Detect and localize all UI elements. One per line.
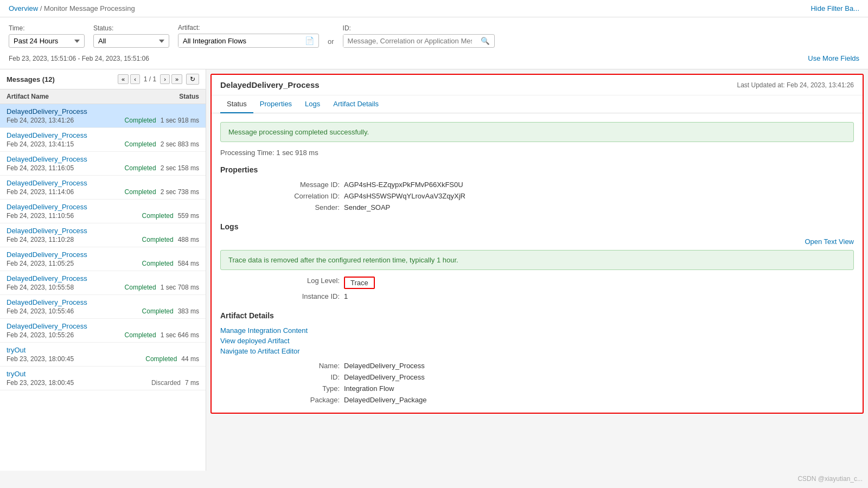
- message-date: Feb 24, 2023, 13:41:15: [7, 140, 74, 148]
- or-text: or: [328, 37, 334, 48]
- message-meta: Feb 24, 2023, 10:55:58Completed1 sec 708…: [7, 284, 199, 291]
- message-name: tryOut: [7, 370, 199, 378]
- table-header: Artifact Name Status: [0, 89, 206, 104]
- hide-filter-button[interactable]: Hide Filter Ba...: [810, 4, 859, 12]
- message-status: Completed: [145, 355, 177, 363]
- navigate-editor-link[interactable]: Navigate to Artifact Editor: [220, 347, 854, 355]
- message-duration: 383 ms: [178, 307, 199, 315]
- message-item[interactable]: DelayedDelivery_ProcessFeb 24, 2023, 13:…: [0, 128, 206, 152]
- message-status: Completed: [142, 212, 174, 220]
- message-item[interactable]: DelayedDelivery_ProcessFeb 24, 2023, 11:…: [0, 176, 206, 200]
- artifact-links: Manage Integration Content View deployed…: [220, 326, 854, 355]
- breadcrumb-overview-link[interactable]: Overview: [9, 4, 38, 12]
- id-label: ID:: [343, 24, 495, 32]
- status-label: Status:: [93, 24, 169, 32]
- prev-page-button[interactable]: ‹: [130, 74, 140, 84]
- last-page-button[interactable]: »: [171, 74, 182, 84]
- id-search-button[interactable]: 🔍: [476, 35, 494, 47]
- message-item[interactable]: DelayedDelivery_ProcessFeb 24, 2023, 13:…: [0, 104, 206, 128]
- message-date: Feb 24, 2023, 11:10:28: [7, 236, 74, 243]
- message-duration: 2 sec 883 ms: [161, 140, 199, 148]
- id-input[interactable]: [343, 35, 476, 47]
- manage-integration-link[interactable]: Manage Integration Content: [220, 326, 854, 335]
- message-status: Completed: [142, 260, 174, 267]
- message-date: Feb 24, 2023, 11:05:25: [7, 260, 74, 267]
- message-meta: Feb 23, 2023, 18:00:45Discarded7 ms: [7, 379, 199, 387]
- status-select[interactable]: All Completed Failed Discarded: [93, 34, 169, 48]
- artifact-input[interactable]: [178, 35, 301, 47]
- instance-id-value: 1: [344, 292, 854, 300]
- message-item[interactable]: DelayedDelivery_ProcessFeb 24, 2023, 10:…: [0, 271, 206, 295]
- page-current: 1: [144, 75, 148, 83]
- time-select[interactable]: Past 24 Hours Past 1 Hour Past 7 Days Cu…: [9, 34, 85, 48]
- messages-header: Messages (12) « ‹ 1 / 1 › » ↻: [0, 69, 206, 89]
- breadcrumb: Overview / Monitor Message Processing: [9, 4, 135, 12]
- artifact-label: Artifact:: [178, 24, 319, 31]
- col-artifact-name: Artifact Name: [7, 93, 49, 100]
- message-meta: Feb 24, 2023, 11:16:05Completed2 sec 158…: [7, 164, 199, 172]
- sender-label: Sender:: [253, 203, 340, 211]
- properties-section-title: Properties: [220, 165, 854, 174]
- message-status: Completed: [142, 236, 174, 243]
- message-meta: Feb 24, 2023, 13:41:15Completed2 sec 883…: [7, 140, 199, 148]
- view-deployed-link[interactable]: View deployed Artifact: [220, 337, 854, 345]
- col-status: Status: [179, 93, 199, 100]
- message-meta: Feb 24, 2023, 11:10:56Completed559 ms: [7, 212, 199, 220]
- message-name: DelayedDelivery_Process: [7, 322, 199, 330]
- refresh-button[interactable]: ↻: [186, 74, 199, 85]
- message-date: Feb 24, 2023, 10:55:58: [7, 284, 74, 291]
- processing-time: Processing Time: 1 sec 918 ms: [220, 149, 854, 157]
- use-more-fields-button[interactable]: Use More Fields: [808, 54, 859, 62]
- message-item[interactable]: tryOutFeb 23, 2023, 18:00:45Discarded7 m…: [0, 367, 206, 390]
- message-duration: 488 ms: [178, 236, 199, 243]
- correlation-id-label: Correlation ID:: [253, 192, 340, 200]
- detail-title: DelayedDelivery_Process: [220, 80, 320, 89]
- detail-last-updated: Last Updated at: Feb 24, 2023, 13:41:26: [737, 81, 854, 89]
- message-item[interactable]: DelayedDelivery_ProcessFeb 24, 2023, 11:…: [0, 223, 206, 247]
- message-status: Completed: [125, 140, 156, 148]
- message-list: DelayedDelivery_ProcessFeb 24, 2023, 13:…: [0, 104, 206, 471]
- artifact-details-section: Artifact Details Manage Integration Cont…: [220, 311, 854, 404]
- trace-badge[interactable]: Trace: [344, 277, 375, 289]
- correlation-id-value: AGP4sHS5WSPWqYLrovAaV3ZqyXjR: [344, 192, 854, 200]
- message-id-value: AGP4sHS-EZqypxPkFMvP66XkFS0U: [344, 181, 854, 189]
- instance-id-label: Instance ID:: [253, 292, 340, 300]
- tab-status[interactable]: Status: [220, 95, 253, 113]
- message-name: DelayedDelivery_Process: [7, 274, 199, 282]
- filter-bar: Time: Past 24 Hours Past 1 Hour Past 7 D…: [0, 17, 868, 69]
- detail-header: DelayedDelivery_Process Last Updated at:…: [212, 75, 863, 95]
- next-page-button[interactable]: ›: [160, 74, 170, 84]
- message-item[interactable]: DelayedDelivery_ProcessFeb 24, 2023, 11:…: [0, 152, 206, 176]
- artifact-package-label: Package:: [253, 396, 340, 404]
- page-total: 1: [153, 75, 157, 83]
- tab-artifact-details[interactable]: Artifact Details: [327, 95, 385, 113]
- first-page-button[interactable]: «: [118, 74, 129, 84]
- breadcrumb-separator: /: [40, 4, 44, 12]
- trace-badge-container: Trace: [344, 277, 854, 289]
- message-name: DelayedDelivery_Process: [7, 179, 199, 187]
- message-date: Feb 24, 2023, 11:10:56: [7, 212, 74, 220]
- open-text-view-button[interactable]: Open Text View: [220, 237, 854, 246]
- artifact-browse-button[interactable]: 📄: [301, 34, 318, 47]
- message-name: DelayedDelivery_Process: [7, 107, 199, 115]
- log-grid: Log Level: Trace Instance ID: 1: [220, 277, 854, 300]
- message-item[interactable]: DelayedDelivery_ProcessFeb 24, 2023, 10:…: [0, 295, 206, 319]
- message-duration: 1 sec 708 ms: [161, 284, 199, 291]
- tab-logs[interactable]: Logs: [298, 95, 327, 113]
- message-item[interactable]: DelayedDelivery_ProcessFeb 24, 2023, 11:…: [0, 247, 206, 271]
- message-name: DelayedDelivery_Process: [7, 298, 199, 306]
- message-item[interactable]: DelayedDelivery_ProcessFeb 24, 2023, 10:…: [0, 319, 206, 343]
- artifact-details-title: Artifact Details: [220, 311, 854, 320]
- message-duration: 1 sec 646 ms: [161, 331, 199, 339]
- tab-properties[interactable]: Properties: [253, 95, 298, 113]
- message-meta: Feb 24, 2023, 11:14:06Completed2 sec 738…: [7, 188, 199, 196]
- properties-grid: Message ID: AGP4sHS-EZqypxPkFMvP66XkFS0U…: [220, 181, 854, 211]
- artifact-field: 📄: [178, 34, 319, 48]
- message-date: Feb 24, 2023, 10:55:26: [7, 331, 74, 339]
- artifact-type-label: Type:: [253, 384, 340, 393]
- processing-time-label: Processing Time:: [220, 149, 275, 157]
- message-item[interactable]: DelayedDelivery_ProcessFeb 24, 2023, 11:…: [0, 200, 206, 223]
- message-meta: Feb 24, 2023, 11:10:28Completed488 ms: [7, 236, 199, 243]
- message-item[interactable]: tryOutFeb 23, 2023, 18:00:45Completed44 …: [0, 343, 206, 367]
- message-status: Completed: [125, 331, 156, 339]
